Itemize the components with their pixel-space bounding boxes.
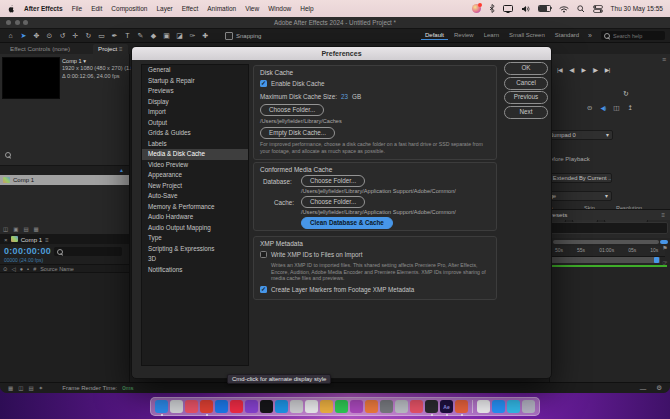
next-frame-button[interactable]: |▶ xyxy=(593,66,598,73)
gear-icon[interactable]: ⚙ xyxy=(656,384,662,392)
menu-item-help[interactable]: Help xyxy=(300,5,313,12)
bluetooth-icon[interactable] xyxy=(489,4,495,13)
pref-category-3d[interactable]: 3D xyxy=(142,254,248,265)
write-xmp-ids-checkbox[interactable] xyxy=(260,251,267,258)
dock-icon-music[interactable] xyxy=(230,400,243,413)
loop-icon[interactable]: ◫ xyxy=(613,104,619,112)
status-icon-2[interactable]: ◫ xyxy=(18,385,23,391)
pref-category-audio-output-mapping[interactable]: Audio Output Mapping xyxy=(142,223,248,234)
dock-icon-facetime[interactable] xyxy=(350,400,363,413)
tab-project[interactable]: Project ≡ xyxy=(93,44,128,54)
current-timecode[interactable]: 0:00:00:00 xyxy=(4,246,51,256)
previous-button[interactable]: Previous xyxy=(504,91,548,104)
close-icon[interactable]: × xyxy=(4,236,8,243)
help-search-box[interactable] xyxy=(601,31,665,40)
panel-menu-icon[interactable]: ≡ xyxy=(45,236,49,243)
workspace-tab-small-screen[interactable]: Small Screen xyxy=(505,31,549,40)
solo-icon[interactable]: ● xyxy=(20,266,23,272)
speaker-icon[interactable]: ◀)) xyxy=(600,105,605,111)
pref-category-grids-guides[interactable]: Grids & Guides xyxy=(142,128,248,139)
shortcut-dropdown[interactable]: Numpad 0▾ xyxy=(545,130,613,140)
roto-brush-tool-icon[interactable]: ✑ xyxy=(187,30,198,42)
pref-category-appearance[interactable]: Appearance xyxy=(142,170,248,181)
pref-category-import[interactable]: Import xyxy=(142,107,248,118)
interpret-footage-icon[interactable]: ◫ xyxy=(3,226,8,232)
new-comp-icon[interactable]: ▤ xyxy=(23,226,28,232)
dock-icon-photos[interactable] xyxy=(185,400,198,413)
snapping-checkbox[interactable] xyxy=(225,32,233,40)
panel-menu-icon[interactable]: ≡ xyxy=(661,210,665,220)
pref-category-labels[interactable]: Labels xyxy=(142,139,248,150)
panel-menu-icon[interactable]: ≡ xyxy=(119,45,123,52)
new-folder-icon[interactable]: ▣ xyxy=(13,226,18,232)
pref-category-startup-repair[interactable]: Startup & Repair xyxy=(142,76,248,87)
dock-icon-pixelmator[interactable] xyxy=(410,400,423,413)
hand-icon[interactable]: ☞ xyxy=(662,259,667,266)
dock-icon-notes[interactable] xyxy=(290,400,303,413)
max-disk-cache-value[interactable]: 23 xyxy=(341,93,348,100)
dock-icon-after-effects[interactable]: Ae xyxy=(440,400,453,413)
menu-item-window[interactable]: Window xyxy=(268,5,291,12)
menu-item-composition[interactable]: Composition xyxy=(111,5,147,12)
dock-icon-stocks[interactable] xyxy=(335,400,348,413)
apple-menu-icon[interactable] xyxy=(7,4,15,13)
first-frame-button[interactable]: |◀ xyxy=(557,66,562,73)
zoom-tool-icon[interactable]: ⊙ xyxy=(44,30,55,42)
pref-category-notifications[interactable]: Notifications xyxy=(142,265,248,276)
reset-icon[interactable]: ↻ xyxy=(623,90,629,98)
dock-icon-chrome[interactable] xyxy=(200,400,213,413)
pref-category-media-disk-cache[interactable]: Media & Disk Cache xyxy=(142,149,248,160)
clone-stamp-tool-icon[interactable]: ▣ xyxy=(161,30,172,42)
pref-category-auto-save[interactable]: Auto-Save xyxy=(142,191,248,202)
menu-item-effect[interactable]: Effect xyxy=(182,5,199,12)
collapse-icon[interactable]: — xyxy=(640,385,647,392)
comp-info-name[interactable]: Comp 1 ▾ xyxy=(62,58,139,65)
puppet-pin-tool-icon[interactable]: ✚ xyxy=(200,30,211,42)
dock-icon-preview[interactable] xyxy=(395,400,408,413)
pref-category-type[interactable]: Type xyxy=(142,233,248,244)
eye-icon[interactable]: ⊙ xyxy=(587,104,592,112)
dock-icon-launchpad[interactable] xyxy=(170,400,183,413)
dock-icon-camera[interactable] xyxy=(425,400,438,413)
timeline-search-box[interactable] xyxy=(54,247,122,256)
dock-icon-photos-2[interactable] xyxy=(320,400,333,413)
home-tool-icon[interactable]: ⌂ xyxy=(5,30,16,42)
pref-category-video-preview[interactable]: Video Preview xyxy=(142,160,248,171)
menu-item-file[interactable]: File xyxy=(72,5,82,12)
pref-category-display[interactable]: Display xyxy=(142,97,248,108)
audio-icon[interactable]: ◁ xyxy=(12,266,16,272)
lock-icon[interactable]: ▪ xyxy=(27,266,29,272)
share-icon[interactable]: ↥ xyxy=(628,104,633,112)
cancel-button[interactable]: Cancel xyxy=(504,77,548,90)
cache-choose-folder-button[interactable]: Choose Folder... xyxy=(301,196,365,208)
work-area-handle[interactable] xyxy=(654,257,659,263)
pref-category-output[interactable]: Output xyxy=(142,118,248,129)
dock-icon-media-encoder[interactable] xyxy=(455,400,468,413)
hand-tool-icon[interactable]: ✥ xyxy=(31,30,42,42)
spotlight-search-icon[interactable] xyxy=(577,5,585,13)
video-visibility-icon[interactable]: ⊙ xyxy=(3,266,8,272)
choose-folder-button[interactable]: Choose Folder... xyxy=(260,104,324,116)
next-button[interactable]: Next xyxy=(504,106,548,119)
volume-icon[interactable] xyxy=(521,5,530,13)
work-area-bar[interactable] xyxy=(550,257,660,263)
menu-item-view[interactable]: View xyxy=(245,5,259,12)
empty-disk-cache-button[interactable]: Empty Disk Cache... xyxy=(260,127,335,139)
pref-category-audio-hardware[interactable]: Audio Hardware xyxy=(142,212,248,223)
pref-category-previews[interactable]: Previews xyxy=(142,86,248,97)
dock-icon-safari[interactable] xyxy=(492,400,505,413)
workspace-tab-review[interactable]: Review xyxy=(450,31,478,40)
prev-frame-button[interactable]: ◀| xyxy=(569,66,574,73)
eraser-tool-icon[interactable]: ◪ xyxy=(174,30,185,42)
menu-item-layer[interactable]: Layer xyxy=(156,5,172,12)
pref-category-memory-performance[interactable]: Memory & Performance xyxy=(142,202,248,213)
shape-tool-icon[interactable]: ▭ xyxy=(96,30,107,42)
tab-effect-controls[interactable]: Effect Controls (none) xyxy=(10,44,70,54)
rotate-tool-icon[interactable]: ↻ xyxy=(83,30,94,42)
dock-icon-app-store[interactable] xyxy=(215,400,228,413)
timeline-tab[interactable]: × Comp 1 ≡ xyxy=(0,234,129,244)
dock-icon-mail[interactable] xyxy=(275,400,288,413)
type-tool-icon[interactable]: T xyxy=(122,30,133,42)
pref-category-new-project[interactable]: New Project xyxy=(142,181,248,192)
marker-icon[interactable]: ⚑ xyxy=(662,244,667,251)
